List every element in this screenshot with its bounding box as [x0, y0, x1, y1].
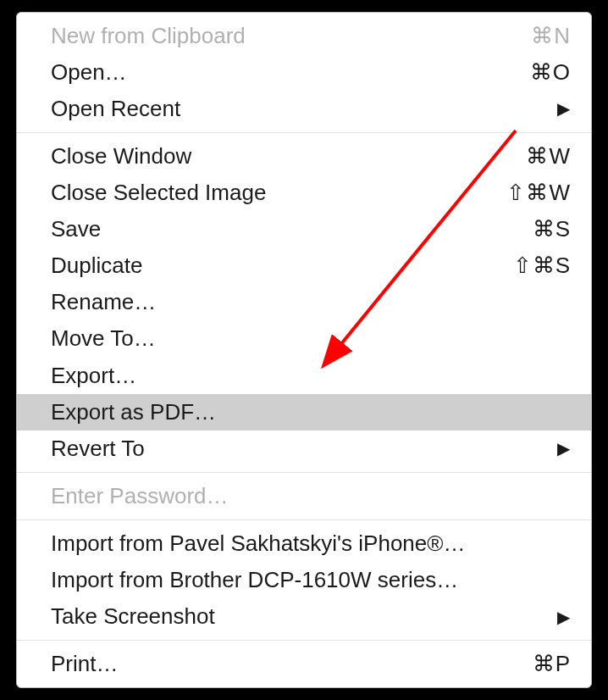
menu-item-right: ⌘W: [526, 142, 571, 171]
menu-item-close-selected-image[interactable]: Close Selected Image⇧⌘W: [17, 175, 591, 211]
menu-item-shortcut: ⇧⌘S: [513, 251, 571, 281]
menu-item-shortcut: ⇧⌘W: [506, 178, 571, 208]
menu-item-import-brother[interactable]: Import from Brother DCP-1610W series…: [17, 562, 591, 598]
menu-item-close-window[interactable]: Close Window⌘W: [17, 138, 591, 175]
menu-item-move-to[interactable]: Move To…: [17, 320, 591, 357]
menu-item-print[interactable]: Print…⌘P: [17, 646, 591, 682]
menu-item-label: Open…: [51, 58, 530, 87]
menu-item-export-as-pdf[interactable]: Export as PDF…: [17, 394, 591, 431]
menu-item-take-screenshot[interactable]: Take Screenshot▶: [17, 598, 591, 635]
file-context-menu: New from Clipboard⌘NOpen…⌘OOpen Recent▶C…: [16, 12, 592, 689]
menu-item-open[interactable]: Open…⌘O: [17, 54, 591, 91]
menu-item-shortcut: ⌘N: [531, 21, 571, 51]
menu-separator: [17, 519, 591, 520]
menu-item-shortcut: ⌘S: [533, 214, 571, 244]
menu-item-new-from-clipboard: New from Clipboard⌘N: [17, 18, 591, 54]
menu-item-right: ▶: [557, 608, 571, 625]
menu-item-right: ▶: [557, 100, 571, 117]
menu-item-right: ⌘P: [533, 649, 571, 679]
menu-item-label: Save: [51, 214, 533, 244]
menu-item-right: ⇧⌘S: [513, 251, 571, 281]
menu-item-right: ⌘O: [530, 58, 571, 87]
menu-item-right: ⌘S: [533, 214, 571, 244]
menu-item-label: Close Window: [51, 142, 526, 171]
menu-separator: [17, 640, 591, 641]
chevron-right-icon: ▶: [557, 440, 571, 457]
menu-item-label: Move To…: [51, 324, 571, 353]
menu-item-right: ⇧⌘W: [506, 178, 571, 208]
menu-item-enter-password: Enter Password…: [17, 478, 591, 514]
menu-separator: [17, 472, 591, 473]
menu-item-label: New from Clipboard: [51, 21, 531, 51]
menu-item-label: Open Recent: [51, 94, 557, 124]
menu-item-label: Close Selected Image: [51, 178, 506, 208]
menu-item-import-iphone[interactable]: Import from Pavel Sakhatskyi's iPhone®…: [17, 525, 591, 562]
menu-item-revert-to[interactable]: Revert To▶: [17, 431, 591, 467]
menu-item-label: Revert To: [51, 434, 557, 464]
menu-item-rename[interactable]: Rename…: [17, 284, 591, 320]
menu-item-right: ⌘N: [531, 21, 571, 51]
menu-item-shortcut: ⌘W: [526, 142, 571, 171]
menu-item-label: Enter Password…: [51, 481, 571, 511]
menu-item-shortcut: ⌘O: [530, 58, 571, 87]
menu-item-label: Import from Pavel Sakhatskyi's iPhone®…: [51, 529, 571, 558]
chevron-right-icon: ▶: [557, 100, 571, 117]
chevron-right-icon: ▶: [557, 608, 571, 625]
menu-item-right: ▶: [557, 440, 571, 457]
menu-item-export[interactable]: Export…: [17, 358, 591, 394]
menu-item-shortcut: ⌘P: [533, 649, 571, 679]
menu-item-label: Print…: [51, 649, 533, 679]
menu-item-label: Export…: [51, 361, 571, 391]
menu-item-open-recent[interactable]: Open Recent▶: [17, 91, 591, 127]
context-menu-wrapper: New from Clipboard⌘NOpen…⌘OOpen Recent▶C…: [16, 12, 592, 689]
menu-item-save[interactable]: Save⌘S: [17, 211, 591, 247]
menu-item-label: Rename…: [51, 287, 571, 317]
menu-item-label: Duplicate: [51, 251, 513, 281]
menu-item-label: Import from Brother DCP-1610W series…: [51, 565, 571, 595]
menu-item-label: Export as PDF…: [51, 397, 571, 427]
menu-item-duplicate[interactable]: Duplicate⇧⌘S: [17, 247, 591, 284]
menu-item-label: Take Screenshot: [51, 602, 557, 631]
menu-separator: [17, 132, 591, 133]
